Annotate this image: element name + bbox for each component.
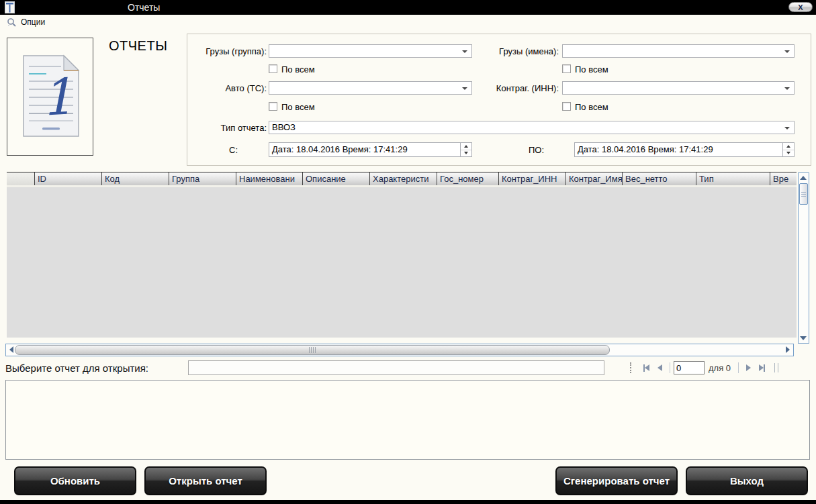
refresh-button[interactable]: Обновить: [14, 466, 136, 495]
horizontal-scroll-thumb[interactable]: [15, 345, 610, 355]
pager-first-button[interactable]: [643, 364, 649, 372]
contractor-by-all-checkbox[interactable]: [562, 102, 571, 111]
date-to-spin-buttons[interactable]: [782, 143, 794, 156]
pager-of-label: для 0: [709, 363, 731, 373]
generate-report-button[interactable]: Сгенерировать отчет: [555, 466, 678, 495]
pager: для 0: [630, 360, 778, 376]
pager-separator: [670, 362, 670, 373]
chevron-down-icon: [462, 50, 467, 53]
chevron-down-icon: [784, 127, 790, 130]
chevron-down-icon: [462, 87, 467, 90]
column-header-1[interactable]: ID: [35, 172, 102, 185]
date-to-value: Дата: 18.04.2016 Время: 17:41:29: [578, 144, 713, 154]
svg-text:1: 1: [40, 67, 75, 126]
pager-next-button[interactable]: [746, 364, 751, 371]
report-type-combobox[interactable]: ВВОЗ: [269, 121, 795, 134]
report-picker-input[interactable]: [188, 360, 604, 375]
contractor-combobox[interactable]: [562, 81, 795, 95]
report-type-value: ВВОЗ: [272, 122, 296, 132]
contractor-by-all-label[interactable]: По всем: [575, 102, 608, 112]
scroll-left-icon[interactable]: [9, 346, 13, 353]
date-from-spinner[interactable]: Дата: 18.04.2016 Время: 17:41:29: [269, 142, 472, 157]
page-title: ОТЧЕТЫ: [109, 38, 167, 54]
chevron-down-icon: [784, 50, 790, 53]
auto-label: Авто (ТС):: [189, 83, 267, 93]
close-button[interactable]: X: [788, 2, 813, 12]
menu-options[interactable]: Опции: [7, 17, 45, 27]
scroll-down-icon[interactable]: [800, 336, 807, 340]
pager-prev-button[interactable]: [658, 364, 662, 371]
cargo-names-by-all-checkbox[interactable]: [562, 64, 571, 73]
column-header-2[interactable]: Код: [102, 172, 169, 185]
column-header-6[interactable]: Характеристи: [370, 172, 437, 185]
options-icon: [7, 17, 17, 27]
bottom-window-edge: [0, 500, 816, 504]
auto-combobox[interactable]: [269, 81, 472, 95]
spin-down-icon[interactable]: [783, 150, 794, 157]
date-from-spin-buttons[interactable]: [460, 143, 471, 156]
cargo-group-combobox[interactable]: [269, 44, 472, 58]
grid-vertical-scrollbar[interactable]: [798, 172, 809, 344]
contractor-label: Контраг. (ИНН):: [482, 83, 559, 93]
cargo-names-by-all-label[interactable]: По всем: [575, 64, 608, 74]
grid-header: IDКодГруппаНаименованиОписаниеХарактерис…: [7, 172, 797, 185]
report-picker-label: Выберите отчет для открытия:: [5, 362, 148, 374]
cargo-group-label: Грузы (группа):: [189, 46, 267, 56]
column-header-4[interactable]: Наименовани: [236, 172, 303, 185]
scroll-up-icon[interactable]: [800, 176, 807, 180]
grid-body[interactable]: [7, 187, 797, 338]
auto-by-all-label[interactable]: По всем: [281, 102, 315, 112]
pager-separator: [738, 362, 739, 373]
report-type-label: Тип отчета:: [189, 123, 267, 133]
open-report-button[interactable]: Открыть отчет: [144, 466, 267, 495]
column-header-12[interactable]: Вре: [770, 172, 797, 185]
column-header-7[interactable]: Гос_номер: [437, 172, 499, 185]
cargo-names-combobox[interactable]: [562, 44, 795, 58]
column-header-5[interactable]: Описание: [303, 172, 370, 185]
report-document-icon: 1: [17, 53, 84, 140]
pager-grip[interactable]: [630, 362, 633, 373]
date-from-value: Дата: 18.04.2016 Время: 17:41:29: [272, 144, 408, 154]
report-preview-area[interactable]: [5, 380, 810, 460]
date-to-spinner[interactable]: Дата: 18.04.2016 Время: 17:41:29: [574, 142, 795, 157]
pager-page-input[interactable]: [674, 361, 705, 374]
pager-end-grip: [774, 363, 778, 372]
cargo-group-by-all-checkbox[interactable]: [269, 64, 277, 73]
exit-button[interactable]: Выход: [686, 466, 808, 495]
spin-down-icon[interactable]: [461, 150, 471, 157]
grid-horizontal-scrollbar[interactable]: [5, 344, 794, 356]
column-header-8[interactable]: Контраг_ИНН: [499, 172, 566, 185]
report-image-box: 1: [7, 38, 93, 156]
app-icon: [5, 1, 15, 13]
scroll-right-icon[interactable]: [786, 346, 790, 353]
menu-bar: Опции: [0, 15, 816, 31]
cargo-group-by-all-label[interactable]: По всем: [281, 64, 315, 74]
column-header-9[interactable]: Контраг_Имя: [566, 172, 623, 185]
title-bar[interactable]: Отчеты X: [0, 0, 816, 15]
column-header-10[interactable]: Вес_нетто: [623, 172, 696, 185]
pager-last-button[interactable]: [759, 364, 765, 372]
date-to-label: ПО:: [497, 145, 544, 155]
spin-up-icon[interactable]: [461, 143, 471, 150]
auto-by-all-checkbox[interactable]: [269, 102, 277, 111]
date-from-label: С:: [189, 145, 238, 155]
menu-options-label: Опции: [21, 17, 45, 27]
cargo-names-label: Грузы (имена):: [482, 46, 559, 56]
column-header-11[interactable]: Тип: [696, 172, 770, 185]
chevron-down-icon: [784, 87, 790, 90]
row-selector-header[interactable]: [7, 172, 35, 185]
column-header-3[interactable]: Группа: [169, 172, 236, 185]
window-title: Отчеты: [128, 2, 160, 13]
vertical-scroll-thumb[interactable]: [799, 183, 808, 205]
spin-up-icon[interactable]: [783, 143, 794, 150]
